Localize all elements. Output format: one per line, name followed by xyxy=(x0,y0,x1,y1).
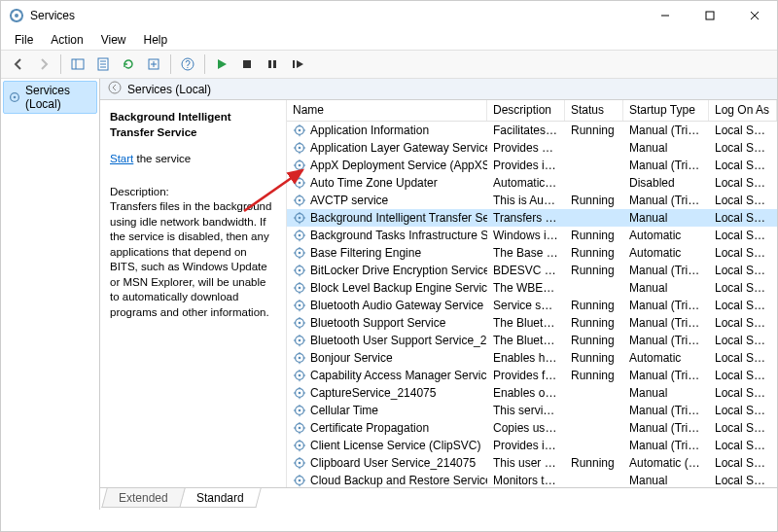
service-status xyxy=(565,287,623,289)
service-name: Cloud Backup and Restore Service_214... xyxy=(310,474,487,487)
service-row[interactable]: Bluetooth Support ServiceThe Bluetoo...R… xyxy=(287,314,777,332)
gear-icon xyxy=(293,369,306,382)
menu-action[interactable]: Action xyxy=(43,31,90,49)
svg-point-57 xyxy=(299,427,301,430)
service-status: Running xyxy=(565,333,623,348)
service-name: Bonjour Service xyxy=(310,351,393,365)
properties-button[interactable] xyxy=(91,53,115,76)
svg-point-61 xyxy=(299,462,301,465)
service-logon: Local System xyxy=(709,368,777,383)
service-row[interactable]: CaptureService_214075Enables opti...Manu… xyxy=(287,384,777,402)
service-description: This service ... xyxy=(487,403,565,418)
svg-point-51 xyxy=(299,374,301,377)
service-description: Enables har... xyxy=(487,350,565,366)
column-logon[interactable]: Log On As xyxy=(709,100,777,121)
service-name: Background Intelligent Transfer Service xyxy=(310,211,487,225)
forward-button[interactable] xyxy=(32,53,55,76)
svg-point-53 xyxy=(299,392,301,395)
service-description: This user ser... xyxy=(487,455,565,471)
close-button[interactable] xyxy=(732,1,777,30)
svg-point-1 xyxy=(15,14,18,18)
menubar: File Action View Help xyxy=(1,30,777,50)
service-row[interactable]: Certificate PropagationCopies user ...Ma… xyxy=(287,419,777,437)
column-description[interactable]: Description xyxy=(487,100,565,121)
help-button[interactable]: ? xyxy=(176,53,199,76)
service-logon: Local System xyxy=(709,350,777,366)
service-row[interactable]: Client License Service (ClipSVC)Provides… xyxy=(287,437,777,454)
service-name: Client License Service (ClipSVC) xyxy=(310,439,480,452)
service-row[interactable]: AVCTP serviceThis is Audio...RunningManu… xyxy=(287,192,777,209)
service-row[interactable]: Cloud Backup and Restore Service_214...M… xyxy=(287,472,777,487)
service-startup: Manual (Trigg... xyxy=(623,420,709,436)
service-status xyxy=(565,217,623,219)
service-row[interactable]: Application Layer Gateway ServiceProvide… xyxy=(287,139,777,157)
list-body[interactable]: Application InformationFacilitates th...… xyxy=(287,122,777,487)
menu-help[interactable]: Help xyxy=(136,31,176,49)
service-row[interactable]: Auto Time Zone UpdaterAutomaticall...Dis… xyxy=(287,174,777,192)
service-startup: Manual xyxy=(623,473,709,487)
svg-point-33 xyxy=(299,217,301,220)
service-logon: Local System xyxy=(709,210,777,226)
gear-icon xyxy=(8,90,21,104)
restart-service-button[interactable] xyxy=(286,53,309,76)
start-link[interactable]: Start xyxy=(110,153,133,164)
service-row[interactable]: Bluetooth User Support Service_214075The… xyxy=(287,332,777,349)
service-name: Bluetooth User Support Service_214075 xyxy=(310,334,487,347)
gear-icon xyxy=(293,351,306,365)
maximize-button[interactable] xyxy=(688,1,732,30)
service-description: Provides infr... xyxy=(487,158,565,173)
service-description: The Base Filt... xyxy=(487,245,565,261)
service-row[interactable]: Bluetooth Audio Gateway ServiceService s… xyxy=(287,297,777,314)
service-description: Service supp... xyxy=(487,298,565,313)
service-startup: Manual xyxy=(623,140,709,156)
service-status: Running xyxy=(565,228,623,243)
service-row[interactable]: Application InformationFacilitates th...… xyxy=(287,122,777,139)
svg-point-29 xyxy=(299,182,301,185)
svg-point-45 xyxy=(299,322,301,325)
svg-point-47 xyxy=(299,339,301,342)
service-row[interactable]: Cellular TimeThis service ...Manual (Tri… xyxy=(287,402,777,419)
show-hide-tree-button[interactable] xyxy=(66,53,89,76)
service-row[interactable]: Base Filtering EngineThe Base Filt...Run… xyxy=(287,244,777,262)
column-name[interactable]: Name xyxy=(287,100,487,121)
back-button[interactable] xyxy=(7,53,30,76)
service-description: The WBENGI... xyxy=(487,280,565,296)
service-row[interactable]: Bonjour ServiceEnables har...RunningAuto… xyxy=(287,349,777,367)
service-row[interactable]: Clipboard User Service_214075This user s… xyxy=(287,454,777,472)
service-logon: Local Servic xyxy=(709,175,777,191)
stop-service-button[interactable] xyxy=(235,53,259,76)
service-name: Block Level Backup Engine Service xyxy=(310,281,487,295)
service-row[interactable]: Background Intelligent Transfer ServiceT… xyxy=(287,209,777,227)
tab-extended[interactable]: Extended xyxy=(101,488,185,508)
service-row[interactable]: Capability Access Manager ServiceProvide… xyxy=(287,367,777,384)
svg-point-31 xyxy=(299,199,301,202)
service-name: CaptureService_214075 xyxy=(310,386,436,400)
service-row[interactable]: AppX Deployment Service (AppXSVC)Provide… xyxy=(287,157,777,174)
menu-file[interactable]: File xyxy=(7,31,41,49)
service-name: Application Layer Gateway Service xyxy=(310,141,487,155)
menu-view[interactable]: View xyxy=(93,31,134,49)
service-logon: Local System xyxy=(709,123,777,138)
service-description: Provides infr... xyxy=(487,438,565,453)
gear-icon xyxy=(293,229,306,242)
gear-icon xyxy=(293,194,306,207)
minimize-button[interactable] xyxy=(643,1,688,30)
start-service-button[interactable] xyxy=(210,53,233,76)
service-status xyxy=(565,409,623,411)
service-row[interactable]: Background Tasks Infrastructure ServiceW… xyxy=(287,227,777,244)
export-button[interactable] xyxy=(142,53,165,76)
service-name: Capability Access Manager Service xyxy=(310,369,487,382)
gear-icon xyxy=(293,334,306,347)
service-description: The Bluetoo... xyxy=(487,333,565,348)
tree-item-services-local[interactable]: Services (Local) xyxy=(3,81,97,114)
column-status[interactable]: Status xyxy=(565,100,623,121)
nav-back-icon[interactable] xyxy=(108,81,122,97)
service-startup: Manual (Trigg... xyxy=(623,315,709,331)
refresh-button[interactable] xyxy=(117,53,140,76)
svg-point-49 xyxy=(299,357,301,360)
service-row[interactable]: BitLocker Drive Encryption ServiceBDESVC… xyxy=(287,262,777,279)
tab-standard[interactable]: Standard xyxy=(179,488,261,508)
column-startup[interactable]: Startup Type xyxy=(623,100,709,121)
pause-service-button[interactable] xyxy=(261,53,284,76)
service-row[interactable]: Block Level Backup Engine ServiceThe WBE… xyxy=(287,279,777,297)
